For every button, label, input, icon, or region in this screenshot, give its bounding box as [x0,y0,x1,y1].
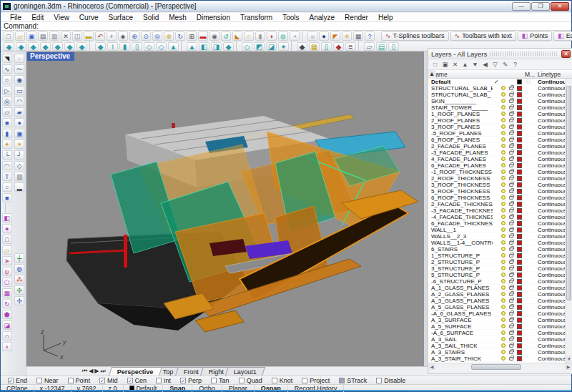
layer-lock-icon[interactable] [509,331,513,335]
layer-on-bulb-icon[interactable] [501,92,506,97]
layer-lock-icon[interactable] [509,164,513,167]
axis-move-icon[interactable]: ┼ [14,253,24,263]
help-icon[interactable]: ? [511,60,520,69]
folder-outline-icon[interactable]: ▱ [364,42,375,51]
ts-tent-icon[interactable]: ▲ [168,42,179,51]
layer-lock-icon[interactable] [509,338,513,341]
layers-column-header[interactable]: Name M... Linetype ▲ [428,70,572,79]
layer-on-bulb-icon[interactable] [501,253,506,258]
ts-pattern-icon[interactable]: ▦ [2,288,12,298]
viewport-title[interactable]: Perspective [27,52,74,61]
layer-linetype[interactable]: Continuous [538,265,566,272]
layer-name[interactable]: STRUCTURAL_SLAB_ [431,92,493,98]
scroll-right-icon[interactable]: ▶ [565,363,572,371]
circle-icon[interactable]: ○ [2,75,12,84]
layer-name[interactable]: -A_6_SURFACE [431,330,493,336]
layer-on-bulb-icon[interactable] [501,118,506,122]
osnap-project[interactable]: Project [302,377,330,384]
menu-mesh[interactable]: Mesh [164,14,191,21]
layer-color-swatch[interactable] [517,234,522,239]
osnap-checkbox[interactable] [180,378,186,383]
tab-perspective[interactable]: Perspective [109,367,162,376]
layer-on-bulb-icon[interactable] [501,285,506,290]
flatten-icon[interactable]: ▂ [14,182,24,192]
layer-on-bulb-icon[interactable] [501,279,506,283]
ts-face-icon[interactable]: ◆ [52,42,63,51]
layer-linetype[interactable]: Continuous [538,201,566,207]
layer-linetype[interactable]: Continuous [538,278,566,285]
layer-linetype[interactable]: Continuous [538,162,566,169]
cut-icon[interactable]: ✕ [61,31,71,41]
layer-name[interactable]: Default [431,79,493,85]
layer-color-swatch[interactable] [517,176,522,181]
layer-linetype[interactable]: Continuous [538,310,566,317]
layer-name[interactable]: A_3_GLASS_PLANES [431,298,493,304]
layer-name[interactable]: -5_ROOF_PLANES [431,130,493,137]
patch-icon[interactable]: ▱ [2,107,12,117]
layer-linetype[interactable]: Continuous [538,169,566,175]
layer-name[interactable]: A_3_STAIRS [431,349,493,356]
layer-linetype[interactable]: Continuous [538,227,566,233]
layer-linetype[interactable]: Continuous [538,343,566,349]
open-file-icon[interactable]: ▱ [15,31,25,41]
layer-color-swatch[interactable] [517,79,522,84]
layer-on-bulb-icon[interactable] [501,150,506,155]
layer-color-swatch[interactable] [517,195,522,200]
osnap-mid[interactable]: Mid [99,377,118,384]
layer-on-bulb-icon[interactable] [501,311,506,315]
layer-on-bulb-icon[interactable] [501,273,506,277]
extrude-icon[interactable]: ▣ [14,129,24,138]
osnap-checkbox[interactable] [211,378,217,383]
layer-lock-icon[interactable] [509,280,513,283]
layer-lock-icon[interactable] [509,99,513,103]
panel-drag-handle[interactable] [490,52,558,56]
layer-on-bulb-icon[interactable] [501,337,506,341]
layer-name[interactable]: 6_ROOF_THICKNESS [431,195,493,201]
layer-name[interactable]: STRUCTURAL_SLAB_EXTE... [431,85,493,92]
horizontal-scrollbar[interactable]: ◀ ▶ [428,363,572,371]
toolbars-with-text-button[interactable]: ∿Toolbars with text [450,31,516,41]
layer-color-swatch[interactable] [517,292,522,297]
layer-lock-icon[interactable] [509,273,513,277]
layer-name[interactable]: A_3_SAIL [431,336,493,343]
layer-on-bulb-icon[interactable] [501,324,506,328]
layer-on-bulb-icon[interactable] [501,86,506,90]
layer-on-bulb-icon[interactable] [501,163,506,167]
layer-name[interactable]: 6_STAIRS [431,246,493,253]
layer-color-swatch[interactable] [517,118,522,123]
edges-button[interactable]: ◧Edges [553,31,572,41]
ts-cycle-icon[interactable]: ↻ [2,299,12,308]
layer-name[interactable]: 3_STRUCTURE_P [431,265,493,272]
tab-layout1[interactable]: Layout1 [225,367,265,376]
tab-nav-icon[interactable]: ▶ [94,368,99,375]
layer-linetype[interactable]: Continuous [538,253,566,259]
layer-color-swatch[interactable] [517,247,522,252]
layer-color-swatch[interactable] [517,227,522,232]
help-icon[interactable]: ? [365,31,375,41]
layer-linetype[interactable]: Continuous [538,298,566,304]
command-bar[interactable]: Command: [1,22,571,31]
osnap-checkbox[interactable] [127,378,133,383]
layer-lock-icon[interactable] [509,260,513,264]
layer-lock-icon[interactable] [509,190,513,193]
layer-lock-icon[interactable] [509,267,513,270]
layer-name[interactable]: 2_FACADE_THICKNESS [431,201,493,207]
menu-solid[interactable]: Solid [138,14,164,21]
lightbulb-icon[interactable]: ○ [244,31,254,41]
layer-color-swatch[interactable] [517,105,522,110]
ts-prim-box-icon[interactable]: ◧ [2,213,12,222]
layer-on-bulb-icon[interactable] [501,215,506,219]
layer-color-swatch[interactable] [517,112,522,117]
joint-icon[interactable]: └ [2,150,12,160]
layer-name[interactable]: 2_FACADE_PLANES [431,143,493,150]
layer-lock-icon[interactable] [509,93,513,97]
layer-on-bulb-icon[interactable] [501,298,506,303]
set-view-icon[interactable]: ◣ [232,31,242,41]
ts-uncrease-icon[interactable]: ◪ [266,42,277,51]
cylinder-icon[interactable]: ▮ [2,129,12,138]
osnap-checkbox[interactable] [156,378,162,383]
ts-flip-icon[interactable]: ▲ [187,42,197,51]
layer-on-bulb-icon[interactable] [501,137,506,142]
layer-name[interactable]: 1_STRUCTURE_P [431,253,493,259]
layer-lock-icon[interactable] [509,132,513,135]
